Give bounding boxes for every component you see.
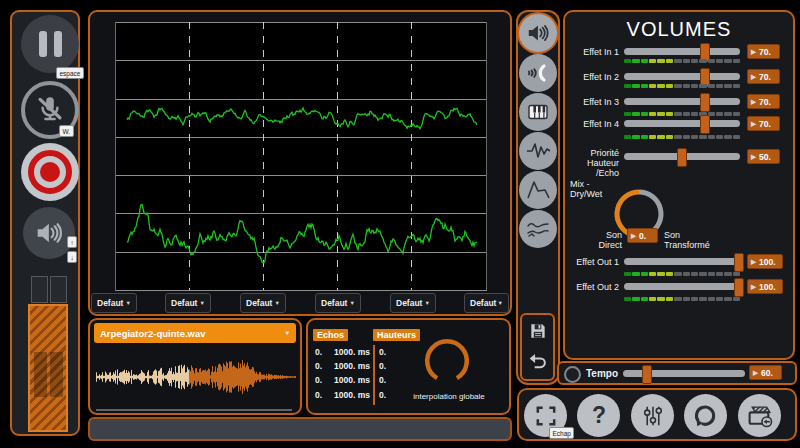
tab-output-volume[interactable] xyxy=(519,14,557,52)
tempo-slider[interactable] xyxy=(623,370,745,377)
effect-slot-label: Defaut xyxy=(321,298,347,308)
effet-in-1-slider[interactable] xyxy=(624,48,740,55)
slider-handle[interactable] xyxy=(734,253,744,272)
sample-file-select[interactable]: Arpegiator2-quinte.wav ▼ xyxy=(94,323,296,343)
chevron-down-icon: ▼ xyxy=(425,300,430,306)
load-folder-button[interactable] xyxy=(738,394,781,437)
fullscreen-shortcut-tooltip: Echap xyxy=(549,427,574,439)
echo-duration[interactable]: 1000. ms xyxy=(326,361,370,371)
echo-value[interactable]: 0. xyxy=(315,347,322,357)
echo-value[interactable]: 0. xyxy=(315,375,322,385)
effet-out-1-slider[interactable] xyxy=(624,258,740,265)
echo-value[interactable]: 0. xyxy=(315,361,322,371)
effet-in-4-slider[interactable] xyxy=(624,120,740,127)
effet-out-2-value[interactable]: ▶ 100. xyxy=(747,279,783,294)
effet-in-2-value[interactable]: ▶ 70. xyxy=(747,69,780,84)
sample-filename: Arpegiator2-quinte.wav xyxy=(100,328,206,339)
sample-scrollbar[interactable] xyxy=(96,409,292,411)
vu-slot-right xyxy=(50,276,67,303)
question-mark-icon: ? xyxy=(585,402,613,430)
record-button[interactable] xyxy=(21,143,79,201)
priority-slider[interactable] xyxy=(624,153,740,160)
effet-out-2-meter xyxy=(624,297,740,301)
value-text: 60. xyxy=(761,368,773,378)
hauteur-value[interactable]: 0. xyxy=(379,375,386,385)
effet-in-3-value[interactable]: ▶ 70. xyxy=(747,94,780,109)
reload-button[interactable] xyxy=(684,394,727,437)
effet-out-2-label: Effet Out 2 xyxy=(565,282,619,292)
effect-slot-select-4[interactable]: Defaut ▼ xyxy=(315,293,361,313)
slider-handle[interactable] xyxy=(700,93,710,112)
echo-duration[interactable]: 1000. ms xyxy=(326,347,370,357)
slider-handle[interactable] xyxy=(700,115,710,134)
save-button[interactable] xyxy=(526,319,550,343)
hauteurs-title: Hauteurs xyxy=(373,329,420,341)
circular-arrow-icon xyxy=(692,402,720,430)
value-text: 50. xyxy=(759,152,771,162)
slider-handle[interactable] xyxy=(677,148,687,167)
tempo-sync-toggle[interactable] xyxy=(564,366,581,383)
slot-indicator xyxy=(113,314,121,316)
vu-level-block xyxy=(28,304,68,432)
value-text: 70. xyxy=(759,119,771,129)
slider-handle[interactable] xyxy=(642,365,652,384)
volume-up-tooltip: ↑ xyxy=(67,236,77,248)
tab-waveform[interactable] xyxy=(519,132,557,170)
echo-duration[interactable]: 1000. ms xyxy=(326,390,370,400)
effect-slot-select-1[interactable]: Defaut ▼ xyxy=(91,293,137,313)
tab-keyboard[interactable] xyxy=(519,93,557,131)
chevron-down-icon: ▼ xyxy=(126,300,131,306)
effect-slot-select-6[interactable]: Defaut ▼ xyxy=(464,293,509,313)
sample-panel: Arpegiator2-quinte.wav ▼ xyxy=(88,318,302,415)
mixer-button[interactable] xyxy=(631,394,674,437)
tempo-bar: Tempo ▶ 60. xyxy=(557,361,797,385)
tempo-value[interactable]: ▶ 60. xyxy=(749,365,782,380)
effet-out-2-slider[interactable] xyxy=(624,283,740,290)
hauteur-value[interactable]: 0. xyxy=(379,361,386,371)
speaker-icon xyxy=(33,217,65,249)
interpolation-label: interpolation globale xyxy=(401,392,497,401)
value-arrow-icon: ▶ xyxy=(751,258,756,266)
envelope-icon xyxy=(525,177,551,203)
sound-waves-icon xyxy=(525,60,551,86)
effet-in-3-slider[interactable] xyxy=(624,98,740,105)
priority-value[interactable]: ▶ 50. xyxy=(747,149,780,164)
mix-value[interactable]: ▶ 0. xyxy=(627,228,658,243)
oscilloscope-traces xyxy=(115,22,485,290)
hauteur-value[interactable]: 0. xyxy=(379,390,386,400)
effet-in-4-value[interactable]: ▶ 70. xyxy=(747,116,780,131)
view-toolbar xyxy=(516,10,560,385)
hauteur-value[interactable]: 0. xyxy=(379,347,386,357)
son-direct-label: Son Direct xyxy=(573,230,622,250)
effet-out-1-value[interactable]: ▶ 100. xyxy=(747,254,783,269)
tab-listen[interactable] xyxy=(519,54,557,92)
undo-button[interactable] xyxy=(526,349,550,373)
pause-bar xyxy=(54,31,62,57)
effet-in-2-slider[interactable] xyxy=(624,73,740,80)
effect-slot-select-5[interactable]: Defaut ▼ xyxy=(390,293,436,313)
app-window: espace W. xyxy=(0,0,800,448)
chevron-down-icon: ▼ xyxy=(285,330,290,336)
tab-modulation[interactable] xyxy=(519,210,557,248)
volumes-panel: VOLUMES Effet In 1 ▶ 70. Effet In 2 ▶ 70… xyxy=(563,10,795,360)
message-bar xyxy=(88,417,512,441)
echo-value[interactable]: 0. xyxy=(315,390,322,400)
effect-slot-select-2[interactable]: Defaut ▼ xyxy=(165,293,211,313)
chevron-down-icon: ▼ xyxy=(275,300,280,306)
transport-sidebar: espace W. xyxy=(10,10,80,436)
piano-keyboard-icon xyxy=(525,99,551,125)
help-button[interactable]: ? xyxy=(577,394,620,437)
effect-slot-select-3[interactable]: Defaut ▼ xyxy=(240,293,286,313)
vu-channel-shadow xyxy=(34,352,47,397)
pause-button[interactable] xyxy=(21,15,79,73)
sample-waveform[interactable] xyxy=(96,347,296,407)
pulse-icon xyxy=(525,138,551,164)
tempo-label: Tempo xyxy=(586,368,618,379)
effet-in-1-value[interactable]: ▶ 70. xyxy=(747,44,780,59)
interpolation-knob[interactable] xyxy=(420,334,474,388)
echo-duration[interactable]: 1000. ms xyxy=(326,375,370,385)
column-divider xyxy=(373,345,375,405)
effet-in-1-meter xyxy=(624,59,740,63)
slider-handle[interactable] xyxy=(734,278,744,297)
tab-envelope[interactable] xyxy=(519,171,557,209)
